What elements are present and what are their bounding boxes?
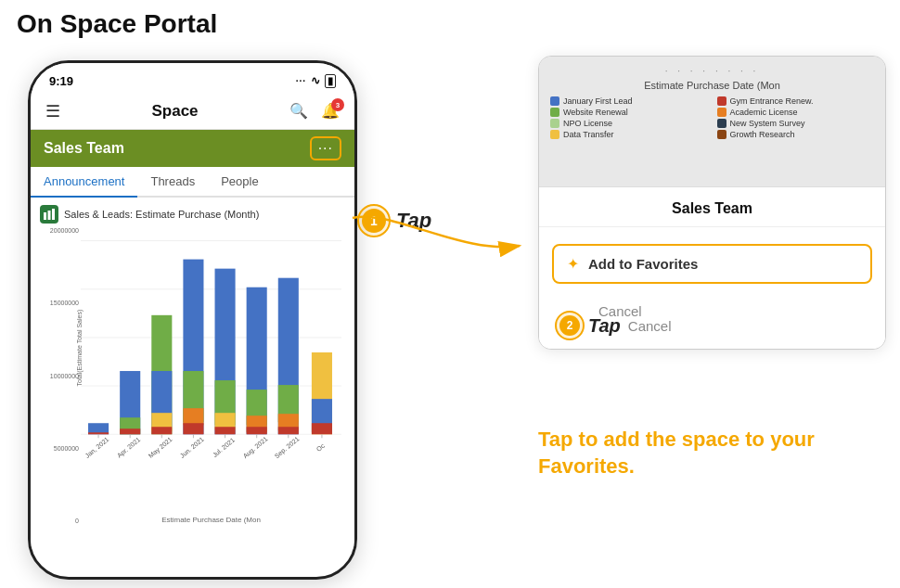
legend-dot-5 <box>717 119 726 128</box>
legend-label-2: Website Renewal <box>563 108 628 117</box>
chart-area: Sales & Leads: Estimate Purchase (Month)… <box>31 198 354 550</box>
status-bar: 9:19 ··· ∿ ▮ <box>31 63 354 93</box>
svg-rect-32 <box>278 427 299 434</box>
tap2-badge: 2 Tap Cancel <box>555 311 672 340</box>
status-time: 9:19 <box>49 74 73 88</box>
bottom-instruction: Tap to add the space to your Favorites. <box>538 427 881 479</box>
y-tick-5: 20000000 <box>40 227 79 234</box>
svg-text:May 2021: May 2021 <box>148 436 174 460</box>
svg-rect-2 <box>52 209 55 220</box>
legend-item-2: Website Renewal <box>550 108 708 117</box>
legend-item-3: Academic License <box>717 108 875 117</box>
legend-dot-2 <box>550 108 559 117</box>
battery-icon: ▮ <box>325 74 336 88</box>
y-tick-1: 0 <box>40 518 79 524</box>
svg-text:Jan, 2021: Jan, 2021 <box>84 436 109 459</box>
legend-dot-1 <box>717 96 726 106</box>
y-tick-3: 10000000 <box>40 373 79 379</box>
dialog-title: Sales Team <box>539 187 885 227</box>
legend-dot-7 <box>717 130 726 139</box>
x-axis-label: Estimate Purchase Date (Mon <box>81 516 341 524</box>
svg-rect-0 <box>44 212 46 220</box>
svg-text:Oc: Oc <box>315 442 327 453</box>
arrow-svg <box>315 199 557 283</box>
phone-nav: ☰ Space 🔍 🔔 3 <box>31 93 354 130</box>
preview-dots: · · · · · · · · <box>550 66 874 76</box>
legend-label-4: NPO License <box>563 119 612 128</box>
svg-text:Jul. 2021: Jul. 2021 <box>212 437 236 459</box>
svg-rect-12 <box>120 428 140 434</box>
space-header: Sales Team ··· <box>31 130 354 167</box>
svg-text:Jun. 2021: Jun. 2021 <box>179 436 205 459</box>
svg-text:Apr. 2021: Apr. 2021 <box>116 436 142 459</box>
legend-item-4: NPO License <box>550 119 708 128</box>
legend-label-5: New System Survey <box>730 119 805 128</box>
legend-dot-3 <box>717 108 726 117</box>
chart-inner: Jan, 2021 Apr. 2021 May 2021 Jun. 2021 J… <box>81 227 341 496</box>
tab-threads[interactable]: Threads <box>137 167 208 198</box>
legend-item-6: Data Transfer <box>550 130 708 139</box>
tab-announcement[interactable]: Announcement <box>31 167 137 198</box>
tap2-label: Tap <box>588 315 621 337</box>
y-tick-2: 5000000 <box>40 445 79 452</box>
phone-mockup: 9:19 ··· ∿ ▮ ☰ Space 🔍 🔔 3 Sales Team ··… <box>28 60 357 580</box>
hamburger-icon[interactable]: ☰ <box>45 101 60 121</box>
preview-date-label: Estimate Purchase Date (Mon <box>550 80 874 91</box>
right-panel: · · · · · · · · Estimate Purchase Date (… <box>538 56 886 350</box>
chart-icon <box>40 205 58 224</box>
legend-label-0: January First Lead <box>563 96 633 106</box>
svg-rect-24 <box>215 427 236 434</box>
tap2-number: 2 <box>559 315 580 336</box>
legend-label-1: Gym Entrance Renew. <box>730 96 814 106</box>
add-to-favorites-option[interactable]: ✦ Add to Favorites <box>552 244 872 284</box>
svg-rect-9 <box>88 432 109 434</box>
chart-title-row: Sales & Leads: Estimate Purchase (Month) <box>40 205 345 224</box>
search-icon[interactable]: 🔍 <box>289 102 308 120</box>
svg-rect-1 <box>48 211 51 220</box>
star-icon: ✦ <box>567 255 579 273</box>
svg-rect-19 <box>183 408 203 425</box>
notification-bell[interactable]: 🔔 3 <box>321 102 340 120</box>
phone-tabs: Announcement Threads People <box>31 167 354 198</box>
y-axis: 20000000 15000000 10000000 5000000 0 <box>40 227 81 524</box>
chart-preview: · · · · · · · · Estimate Purchase Date (… <box>539 57 885 186</box>
svg-rect-20 <box>183 423 203 434</box>
tap2-cancel-ref: Cancel <box>628 318 672 334</box>
legend-label-6: Data Transfer <box>563 130 614 139</box>
wifi-icon: ∿ <box>311 74 320 87</box>
y-tick-4: 15000000 <box>40 300 79 306</box>
legend-item-1: Gym Entrance Renew. <box>717 96 875 106</box>
svg-text:Aug. 2021: Aug. 2021 <box>242 435 270 460</box>
chart-wrapper: 20000000 15000000 10000000 5000000 0 Tot… <box>40 227 345 524</box>
notification-badge: 3 <box>331 98 344 111</box>
legend-item-7: Growth Research <box>717 130 875 139</box>
tap2-circle: 2 <box>555 311 585 340</box>
page-title: On Space Portal <box>17 9 217 39</box>
legend-item-5: New System Survey <box>717 119 875 128</box>
legend-label-7: Growth Research <box>730 130 795 139</box>
space-name: Sales Team <box>44 140 124 157</box>
legend-dot-0 <box>550 96 559 106</box>
tab-people[interactable]: People <box>208 167 271 198</box>
svg-rect-35 <box>312 423 332 434</box>
status-icons: ··· ∿ ▮ <box>296 74 336 88</box>
nav-title: Space <box>151 102 198 121</box>
add-favorites-label: Add to Favorites <box>588 256 698 272</box>
svg-text:Sep. 2021: Sep. 2021 <box>274 435 302 460</box>
legend-item-0: January First Lead <box>550 96 708 106</box>
preview-legend: January First Lead Gym Entrance Renew. W… <box>550 96 874 139</box>
signal-icon: ··· <box>296 76 306 86</box>
legend-dot-4 <box>550 119 559 128</box>
legend-dot-6 <box>550 130 559 139</box>
three-dots-button[interactable]: ··· <box>310 136 341 160</box>
chart-title: Sales & Leads: Estimate Purchase (Month) <box>64 209 259 220</box>
legend-label-3: Academic License <box>730 108 798 117</box>
nav-icons: 🔍 🔔 3 <box>289 102 340 120</box>
svg-rect-28 <box>247 427 267 434</box>
svg-rect-16 <box>151 427 172 434</box>
